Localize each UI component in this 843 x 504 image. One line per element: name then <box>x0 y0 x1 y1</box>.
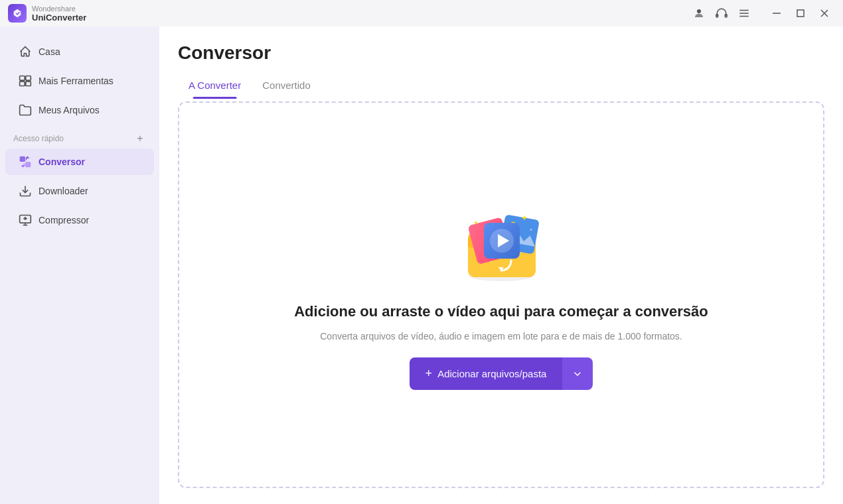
support-icon[interactable] <box>716 7 728 19</box>
tabs: A Converter Convertido <box>178 74 824 99</box>
maximize-button[interactable] <box>790 4 811 23</box>
titlebar-actions <box>693 4 835 23</box>
app-name-line2: UniConverter <box>32 13 86 23</box>
quick-access-header: Acesso rápido + <box>0 125 159 147</box>
sidebar-item-downloader[interactable]: Downloader <box>5 178 154 204</box>
drop-subtitle: Converta arquivos de vídeo, áudio e imag… <box>320 331 682 342</box>
app-branding: Wondershare UniConverter <box>8 4 86 23</box>
add-files-button[interactable]: + Adicionar arquivos/pasta <box>410 357 563 390</box>
tab-to-convert[interactable]: A Converter <box>178 74 252 99</box>
tab-converted[interactable]: Convertido <box>252 74 321 99</box>
sidebar: Casa Mais Ferramentas Meus Arquivos Aces… <box>0 27 159 504</box>
svg-text:✦: ✦ <box>521 214 528 223</box>
title-bar: Wondershare UniConverter <box>0 0 843 27</box>
drop-zone[interactable]: ♪ ✦ ✦ <box>178 101 824 488</box>
quick-access-add-button[interactable]: + <box>134 133 146 145</box>
add-button-group: + Adicionar arquivos/pasta <box>410 357 593 390</box>
content-area: Conversor A Converter Convertido <box>159 27 843 504</box>
svg-rect-14 <box>20 157 25 162</box>
svg-text:✦: ✦ <box>473 220 479 226</box>
drop-title: Adicione ou arraste o vídeo aqui para co… <box>294 303 708 320</box>
svg-rect-7 <box>797 10 804 17</box>
menu-icon[interactable] <box>738 7 750 19</box>
svg-rect-10 <box>20 76 25 81</box>
svg-text:✦: ✦ <box>529 227 533 232</box>
converter-illustration: ♪ ✦ ✦ <box>455 200 548 292</box>
sidebar-item-my-files[interactable]: Meus Arquivos <box>5 97 154 123</box>
svg-point-0 <box>697 9 701 13</box>
sidebar-item-more-tools[interactable]: Mais Ferramentas <box>5 68 154 94</box>
app-name-line1: Wondershare <box>32 5 86 13</box>
page-title: Conversor <box>178 42 824 64</box>
add-files-dropdown-button[interactable] <box>562 357 593 390</box>
sidebar-item-home[interactable]: Casa <box>5 38 154 65</box>
svg-rect-15 <box>25 162 31 167</box>
main-layout: Casa Mais Ferramentas Meus Arquivos Aces… <box>0 27 843 504</box>
svg-rect-13 <box>26 82 31 86</box>
close-button[interactable] <box>814 4 835 23</box>
app-name-block: Wondershare UniConverter <box>32 5 86 23</box>
svg-rect-11 <box>26 76 31 81</box>
sidebar-item-compressor[interactable]: Compressor <box>5 207 154 233</box>
window-controls <box>766 4 835 23</box>
user-icon[interactable] <box>693 7 705 19</box>
svg-rect-12 <box>20 82 25 86</box>
app-logo <box>8 4 27 23</box>
sidebar-item-converter[interactable]: Conversor <box>5 149 154 175</box>
minimize-button[interactable] <box>766 4 787 23</box>
